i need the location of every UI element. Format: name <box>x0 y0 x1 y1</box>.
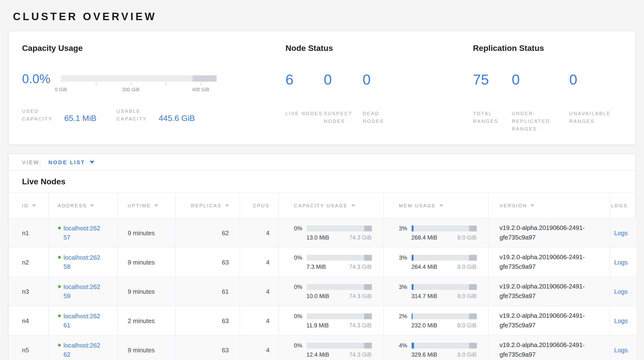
column-header-mem-usage[interactable]: MEM USAGE <box>383 193 488 218</box>
view-label: VIEW: <box>22 159 42 165</box>
capacity-usage-bar-cap <box>364 255 372 260</box>
mem-total-value: 8.0 GiB <box>457 322 476 328</box>
node-logs-link[interactable]: Logs <box>614 317 628 324</box>
unavailable-ranges-count: 0 <box>569 73 622 87</box>
capacity-usage-bar <box>306 255 372 260</box>
column-header-version[interactable]: VERSION <box>488 193 610 218</box>
node-version-cell: v19.2.0-alpha.20190606-2491-gfe735c9a97 <box>488 335 610 360</box>
capacity-used-value: 12.4 MiB <box>306 351 329 358</box>
capacity-used-value: 13.0 MiB <box>306 234 329 241</box>
column-header-uptime[interactable]: UPTIME <box>118 193 176 218</box>
replication-status-title: Replication Status <box>473 44 622 53</box>
node-address-cell: localhost:26261 <box>48 306 118 335</box>
node-replicas-cell: 63 <box>176 247 240 277</box>
node-status-section: Node Status 6 LIVE NODES 0 SUSPECT NODES… <box>285 44 473 133</box>
mem-usage-bar <box>411 313 476 319</box>
sort-desc-icon <box>154 204 158 207</box>
under-replicated-label: UNDER-REPLICATED RANGES <box>512 110 569 133</box>
column-header-id[interactable]: ID <box>8 193 48 218</box>
mem-used-value: 329.6 MiB <box>411 351 437 358</box>
view-selector-dropdown[interactable]: NODE LIST <box>48 159 94 165</box>
node-address-link[interactable]: localhost:26259 <box>64 282 103 300</box>
table-row: n2 localhost:26258 9 minutes 63 4 0% 7.3… <box>8 247 636 277</box>
suspect-nodes-count: 0 <box>324 73 362 87</box>
mem-used-value: 268.4 MiB <box>411 234 437 241</box>
node-logs-cell: Logs <box>610 218 636 247</box>
column-header-capacity-usage[interactable]: CAPACITY USAGE <box>278 193 383 218</box>
axis-label-200: 200 GiB <box>122 87 140 92</box>
mem-usage-bar-cap <box>469 342 476 348</box>
node-cpus-cell: 4 <box>240 218 278 247</box>
mem-total-value: 8.0 GiB <box>457 234 476 241</box>
node-id-cell: n5 <box>8 335 48 360</box>
mem-percent: 3% <box>399 254 410 261</box>
live-nodes-metric: 6 LIVE NODES <box>285 73 324 125</box>
node-logs-cell: Logs <box>610 277 636 306</box>
node-address-link[interactable]: localhost:26257 <box>64 224 103 242</box>
capacity-usage-bar <box>306 342 372 348</box>
unavailable-ranges-metric: 0 UNAVAILABLE RANGES <box>569 73 622 133</box>
column-header-address[interactable]: ADDRESS <box>48 193 118 218</box>
mem-total-value: 8.0 GiB <box>457 263 476 270</box>
node-version-text: v19.2.0-alpha.20190606-2491-gfe735c9a97 <box>500 341 585 358</box>
total-ranges-metric: 75 TOTAL RANGES <box>473 73 512 133</box>
mem-total-value: 8.0 GiB <box>457 351 476 358</box>
node-list-card: VIEW: NODE LIST Live Nodes ID <box>8 154 636 360</box>
capacity-usage-title: Capacity Usage <box>22 44 285 53</box>
table-row: n3 localhost:26259 9 minutes 61 4 0% 10.… <box>8 277 636 306</box>
sort-desc-icon <box>440 204 443 207</box>
capacity-used-value: 7.3 MiB <box>306 263 326 270</box>
mem-usage-bar-cap <box>469 313 476 319</box>
node-status-title: Node Status <box>285 44 473 53</box>
node-version-text: v19.2.0-alpha.20190606-2491-gfe735c9a97 <box>500 253 585 270</box>
dead-nodes-label: DEAD NODES <box>362 110 401 125</box>
capacity-usage-bar <box>306 225 372 231</box>
node-replicas-cell: 63 <box>176 335 240 360</box>
node-capacity-cell: 0% 7.3 MiB 74.3 GiB <box>278 247 383 277</box>
mem-percent: 3% <box>399 225 410 232</box>
node-id-cell: n4 <box>8 306 48 335</box>
summary-card: Capacity Usage 0.0% <box>8 31 636 145</box>
node-logs-link[interactable]: Logs <box>614 346 628 353</box>
suspect-nodes-label: SUSPECT NODES <box>324 110 362 125</box>
column-header-replicas[interactable]: REPLICAS <box>176 193 240 218</box>
sort-desc-icon <box>351 204 355 207</box>
node-logs-link[interactable]: Logs <box>614 229 628 236</box>
node-mem-cell: 3% 268.4 MiB 8.0 GiB <box>383 218 488 247</box>
capacity-used-value: 10.0 MiB <box>306 293 329 299</box>
mem-usage-fill <box>411 313 412 319</box>
node-capacity-cell: 0% 10.0 MiB 74.3 GiB <box>278 277 383 306</box>
node-logs-link[interactable]: Logs <box>614 258 628 266</box>
mem-used-value: 264.4 MiB <box>411 263 437 270</box>
node-id-cell: n1 <box>8 218 48 247</box>
node-cpus-cell: 4 <box>240 306 278 335</box>
mem-total-value: 8.0 GiB <box>457 293 476 299</box>
node-address-link[interactable]: localhost:26262 <box>64 341 103 359</box>
node-cpus-cell: 4 <box>240 277 278 306</box>
node-address-cell: localhost:26257 <box>48 218 118 247</box>
capacity-total-value: 74.3 GiB <box>349 322 372 328</box>
node-version-text: v19.2.0-alpha.20190606-2491-gfe735c9a97 <box>500 312 585 329</box>
capacity-usage-bar-cap <box>364 313 372 319</box>
node-version-cell: v19.2.0-alpha.20190606-2491-gfe735c9a97 <box>488 306 610 335</box>
capacity-usage-bar-cap <box>364 225 372 231</box>
node-version-cell: v19.2.0-alpha.20190606-2491-gfe735c9a97 <box>488 247 610 277</box>
sort-desc-icon <box>530 204 534 207</box>
suspect-nodes-metric: 0 SUSPECT NODES <box>324 73 362 125</box>
mem-usage-bar-cap <box>469 284 476 290</box>
table-row: n4 localhost:26261 2 minutes 63 4 0% 11.… <box>8 306 636 335</box>
usable-capacity-value: 445.6 GiB <box>158 114 195 123</box>
node-logs-link[interactable]: Logs <box>614 288 628 295</box>
sort-desc-icon <box>90 204 94 207</box>
node-uptime-cell: 2 minutes <box>118 306 176 335</box>
dead-nodes-count: 0 <box>362 73 401 87</box>
node-version-cell: v19.2.0-alpha.20190606-2491-gfe735c9a97 <box>488 277 610 306</box>
capacity-bar <box>61 75 216 82</box>
node-live-dot-icon <box>58 344 60 346</box>
node-mem-cell: 4% 329.6 MiB 8.0 GiB <box>383 335 488 360</box>
node-address-link[interactable]: localhost:26258 <box>64 253 103 271</box>
node-address-link[interactable]: localhost:26261 <box>64 311 103 330</box>
mem-percent: 3% <box>399 283 410 290</box>
view-selected-option: NODE LIST <box>48 159 85 165</box>
capacity-axis-labels: 0 GiB 200 GiB 400 GiB <box>61 87 216 93</box>
